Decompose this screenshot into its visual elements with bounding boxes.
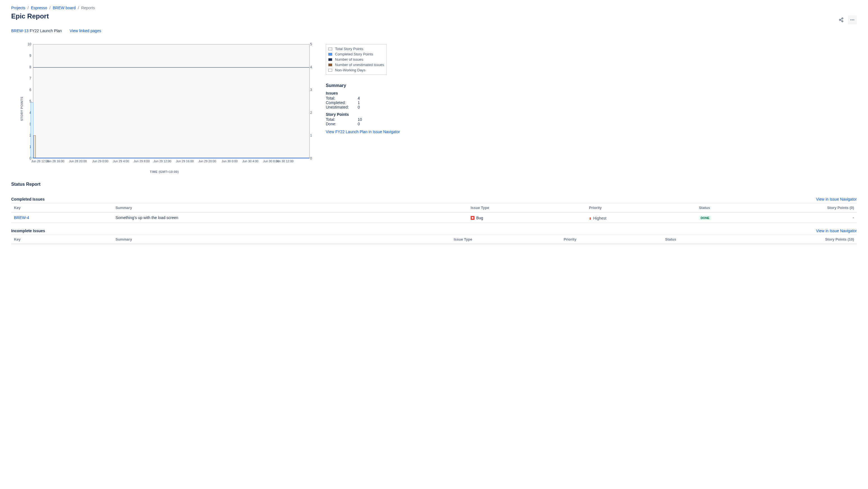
col-type[interactable]: Issue Type xyxy=(451,235,561,244)
bar-unestimated-issues xyxy=(33,135,36,158)
table-row: BREW-4 Something's up with the load scre… xyxy=(11,212,857,223)
summary-label: Completed: xyxy=(326,100,354,105)
chart-legend: Total Story Points Completed Story Point… xyxy=(326,44,387,75)
svg-point-6 xyxy=(852,20,853,21)
svg-line-3 xyxy=(840,19,842,20)
line-completed-story-points xyxy=(33,158,309,158)
completed-issues-section: Completed Issues View in Issue Navigator… xyxy=(11,191,857,223)
svg-point-0 xyxy=(842,18,843,19)
bug-icon xyxy=(471,216,474,220)
legend-swatch-unestimated xyxy=(328,63,332,66)
issue-summary: Something's up with the load screen xyxy=(113,212,468,223)
legend-label: Total Story Points xyxy=(335,47,363,51)
y-axis-right-ticks: 5 4 3 2 1 0 xyxy=(310,44,315,158)
status-report-heading: Status Report xyxy=(11,182,857,187)
svg-point-7 xyxy=(854,20,854,21)
summary-label: Unestimated: xyxy=(326,105,354,110)
breadcrumb-brew-board[interactable]: BREW board xyxy=(53,6,76,10)
legend-swatch-completed xyxy=(328,53,332,56)
col-status[interactable]: Status xyxy=(662,235,764,244)
share-button[interactable] xyxy=(837,16,846,24)
summary-value: 10 xyxy=(358,117,362,122)
summary-label: Total: xyxy=(326,96,354,100)
col-key[interactable]: Key xyxy=(11,235,113,244)
share-icon xyxy=(839,17,844,22)
breadcrumb-projects[interactable]: Projects xyxy=(11,6,26,10)
legend-label: Non-Working Days xyxy=(335,68,366,72)
col-summary[interactable]: Summary xyxy=(113,235,451,244)
issue-key-link[interactable]: BREW-4 xyxy=(14,215,29,220)
legend-swatch-issues xyxy=(328,58,332,61)
breadcrumb-separator: / xyxy=(78,6,79,10)
epic-key-link[interactable]: BREW-13 xyxy=(11,29,29,33)
breadcrumb-reports: Reports xyxy=(81,6,95,10)
col-summary[interactable]: Summary xyxy=(113,203,468,213)
priority-highest-icon: ▲▲ xyxy=(589,217,591,219)
summary-value: 1 xyxy=(358,100,360,105)
legend-label: Number of issues xyxy=(335,57,363,62)
breadcrumb-separator: / xyxy=(50,6,51,10)
completed-issues-heading: Completed Issues xyxy=(11,197,45,202)
more-actions-button[interactable] xyxy=(848,16,857,24)
incomplete-issues-table: Key Summary Issue Type Priority Status S… xyxy=(11,235,857,244)
legend-swatch-total xyxy=(328,48,332,50)
x-axis-label: TIME (GMT+10:00) xyxy=(11,170,317,174)
story-points-value: - xyxy=(781,212,857,223)
legend-swatch-nonworking xyxy=(328,69,332,72)
breadcrumb-espresso[interactable]: Espresso xyxy=(31,6,47,10)
svg-point-2 xyxy=(842,21,843,22)
col-story-points[interactable]: Story Points (0) xyxy=(781,203,857,213)
x-axis-ticks: Jun 28 12:00 Jun 28 16:00 Jun 28 20:00 J… xyxy=(33,159,310,164)
summary-label: Done: xyxy=(326,122,354,126)
summary-issues-heading: Issues xyxy=(326,91,857,95)
more-icon xyxy=(850,17,855,22)
line-total-story-points xyxy=(33,67,309,68)
summary-label: Total: xyxy=(326,117,354,122)
incomplete-issues-section: Incomplete Issues View in Issue Navigato… xyxy=(11,223,857,244)
legend-label: Completed Story Points xyxy=(335,52,373,56)
epic-title: FY22 Launch Plan xyxy=(30,29,62,33)
y-axis-left-ticks: 10 9 8 7 6 5 4 3 2 1 0 xyxy=(24,44,31,158)
epic-report-chart: STORY POINTS ISSUE COUNT 10 9 8 7 6 5 4 … xyxy=(11,44,317,174)
summary-value: 0 xyxy=(358,122,360,126)
view-in-issue-navigator-link[interactable]: View FY22 Launch Plan in Issue Navigator xyxy=(326,129,400,134)
bar-number-of-issues xyxy=(31,102,33,158)
summary-sp-heading: Story Points xyxy=(326,112,857,117)
status-badge: DONE xyxy=(699,216,711,220)
col-status[interactable]: Status xyxy=(696,203,780,213)
chart-plot-area xyxy=(33,44,310,158)
col-priority[interactable]: Priority xyxy=(586,203,696,213)
col-story-points[interactable]: Story Points (10) xyxy=(764,235,857,244)
incomplete-issues-heading: Incomplete Issues xyxy=(11,228,45,233)
page-title: Epic Report xyxy=(11,12,49,20)
svg-point-5 xyxy=(850,20,851,21)
svg-line-4 xyxy=(840,20,842,21)
completed-view-in-navigator-link[interactable]: View in Issue Navigator xyxy=(816,197,857,202)
completed-issues-table: Key Summary Issue Type Priority Status S… xyxy=(11,203,857,223)
svg-point-1 xyxy=(839,19,841,21)
summary-heading: Summary xyxy=(326,83,857,88)
col-type[interactable]: Issue Type xyxy=(468,203,586,213)
legend-label: Number of unestimated issues xyxy=(335,63,384,67)
col-key[interactable]: Key xyxy=(11,203,113,213)
y-axis-left-label: STORY POINTS xyxy=(20,96,24,121)
view-linked-pages-link[interactable]: View linked pages xyxy=(70,29,101,33)
breadcrumb-separator: / xyxy=(28,6,29,10)
epic-reference: BREW-13 FY22 Launch Plan xyxy=(11,29,62,33)
priority: ▲▲ Highest xyxy=(589,216,606,220)
summary-panel: Summary Issues Total:4 Completed:1 Unest… xyxy=(326,83,857,134)
col-priority[interactable]: Priority xyxy=(561,235,662,244)
summary-value: 0 xyxy=(358,105,360,110)
incomplete-view-in-navigator-link[interactable]: View in Issue Navigator xyxy=(816,228,857,233)
summary-value: 4 xyxy=(358,96,360,100)
breadcrumb: Projects / Espresso / BREW board / Repor… xyxy=(11,6,857,10)
issue-type: Bug xyxy=(471,216,483,220)
